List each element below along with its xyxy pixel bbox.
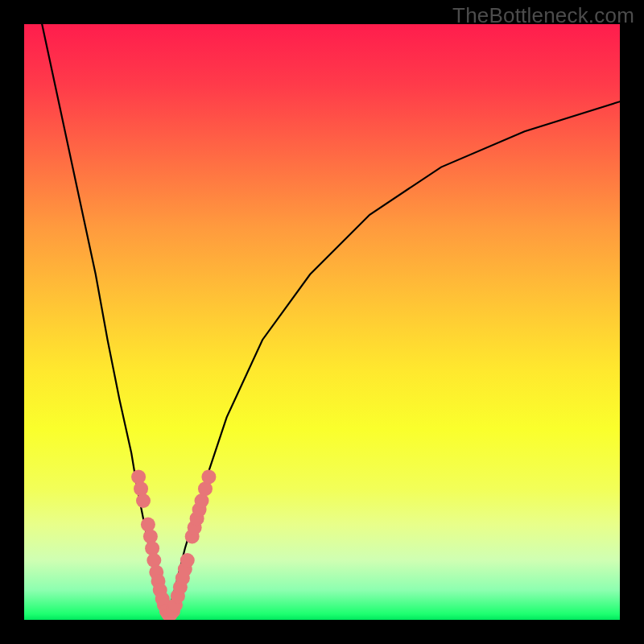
data-marker — [136, 493, 151, 508]
series-right-branch — [167, 101, 620, 613]
chart-svg — [24, 24, 620, 620]
data-marker — [134, 481, 148, 496]
curve-markers — [131, 469, 216, 620]
plot-area — [24, 24, 620, 620]
data-marker — [147, 553, 161, 568]
data-marker — [141, 518, 155, 532]
data-marker — [131, 469, 146, 484]
curve-lines — [42, 24, 620, 614]
data-marker — [180, 553, 195, 568]
data-marker — [201, 469, 216, 484]
chart-frame: TheBottleneck.com — [0, 0, 644, 644]
